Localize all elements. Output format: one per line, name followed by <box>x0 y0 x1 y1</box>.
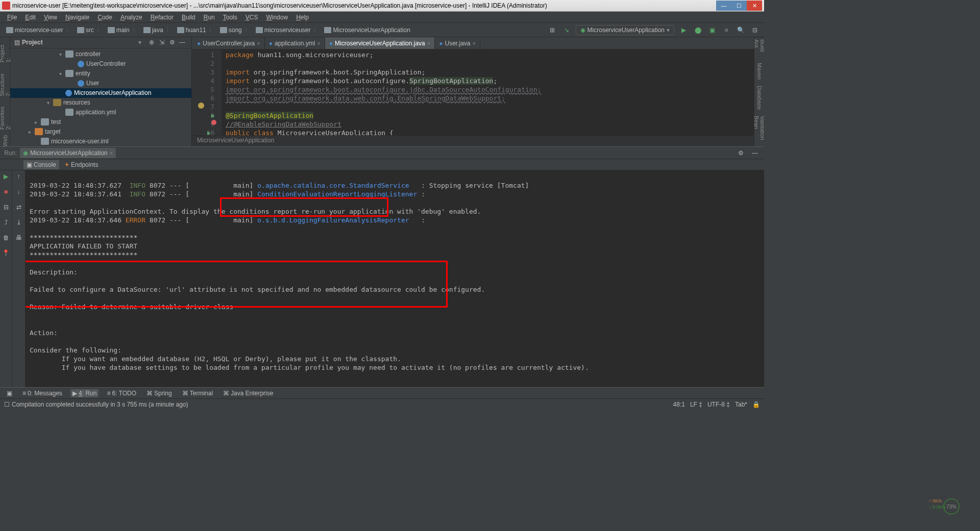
context-indicator[interactable]: Tab* <box>735 401 747 408</box>
editor-code[interactable]: package huan11.song.microserviceuser; im… <box>222 49 754 135</box>
editor-breadcrumb[interactable]: MicroserviceUserApplication <box>192 135 754 146</box>
menu-run[interactable]: Run <box>200 13 219 22</box>
rerun-icon[interactable]: ▶ <box>1 171 11 182</box>
stop-button[interactable]: ■ <box>721 25 731 35</box>
collapse-icon[interactable]: ⇲ <box>157 37 167 47</box>
stop-run-icon[interactable]: ■ <box>1 187 11 197</box>
editor-tab[interactable]: ●MicroserviceUserApplication.java× <box>325 37 435 49</box>
run-button[interactable]: ▶ <box>678 25 689 35</box>
settings-icon[interactable]: ⊟ <box>750 25 760 35</box>
coverage-button[interactable]: ▣ <box>707 25 717 35</box>
right-stripe-tab[interactable]: Bean Validation <box>753 116 765 146</box>
run-gutter-icon-2[interactable]: ▶ <box>207 129 211 135</box>
close-icon[interactable]: × <box>257 40 260 46</box>
left-stripe-tab[interactable]: 1: Project <box>0 39 11 63</box>
tree-item[interactable]: ▾entity <box>10 69 191 79</box>
gear-icon[interactable]: ⚙ <box>167 37 177 47</box>
left-stripe-tab[interactable]: Web <box>2 135 8 146</box>
hide-icon[interactable]: — <box>177 37 187 47</box>
breadcrumb-item[interactable]: microserviceuser 〉 <box>254 26 323 34</box>
breadcrumb-item[interactable]: java 〉 <box>141 26 175 34</box>
close-icon[interactable]: × <box>317 40 320 46</box>
tool-window-icon[interactable]: ▣ <box>4 388 14 398</box>
breadcrumb-item[interactable]: MicroserviceUserApplication <box>322 27 412 34</box>
menu-help[interactable]: Help <box>292 13 313 22</box>
close-icon[interactable]: × <box>473 40 476 46</box>
menu-window[interactable]: Window <box>262 13 292 22</box>
bottom-tab[interactable]: ≡6: TODO <box>105 390 138 397</box>
menu-build[interactable]: Build <box>178 13 200 22</box>
run-hide-icon[interactable]: — <box>750 148 760 158</box>
editor-tab[interactable]: ●UserController.java× <box>193 37 265 49</box>
left-stripe-tab[interactable]: 2: Favorites <box>0 101 11 130</box>
console-subtab[interactable]: ▣ Console <box>23 160 59 169</box>
endpoints-subtab[interactable]: ✦ Endpoints <box>61 160 101 169</box>
line-separator[interactable]: LF ‡ <box>690 401 702 408</box>
tree-item[interactable]: MicroserviceUserApplication <box>10 88 191 98</box>
tree-item[interactable]: ▸target <box>10 127 191 137</box>
window-maximize-button[interactable]: ☐ <box>731 1 747 11</box>
right-stripe-tab[interactable]: Maven <box>756 63 763 80</box>
tree-item[interactable]: ▾controller <box>10 49 191 59</box>
menu-refactor[interactable]: Refactor <box>146 13 178 22</box>
exit-icon[interactable]: ⤴ <box>1 217 11 227</box>
tree-item[interactable]: ▾resources <box>10 98 191 108</box>
file-encoding[interactable]: UTF-8 ‡ <box>707 401 730 408</box>
menu-vcs[interactable]: VCS <box>241 13 262 22</box>
trash-icon[interactable]: 🗑 <box>1 233 11 243</box>
run-settings-icon[interactable]: ⚙ <box>736 148 746 158</box>
locate-icon[interactable]: ⊕ <box>146 37 157 47</box>
down-icon[interactable]: ↓ <box>14 187 24 197</box>
menu-analyze[interactable]: Analyze <box>116 13 146 22</box>
menu-tools[interactable]: Tools <box>219 13 241 22</box>
scroll-icon[interactable]: ⤓ <box>14 217 24 227</box>
console-output[interactable]: 2019-03-22 18:48:37.627 INFO 8072 --- [ … <box>26 170 764 387</box>
bottom-tab[interactable]: ⌘Spring <box>144 390 174 397</box>
breakpoint-icon[interactable] <box>211 120 216 125</box>
up-icon[interactable]: ↑ <box>14 171 24 182</box>
indicator-icon[interactable]: 🔒 <box>752 401 760 408</box>
editor-tab[interactable]: ●application.yml× <box>265 37 325 49</box>
build-icon[interactable]: ⊞ <box>547 25 557 35</box>
cursor-position[interactable]: 48:1 <box>673 401 685 408</box>
window-close-button[interactable]: ✕ <box>747 1 762 11</box>
editor-tab[interactable]: ●User.java× <box>435 37 480 49</box>
bottom-tab[interactable]: ⌘Terminal <box>180 390 215 397</box>
tree-item[interactable]: ▸test <box>10 117 191 127</box>
close-icon[interactable]: × <box>427 40 430 46</box>
search-icon[interactable]: 🔍 <box>736 25 746 35</box>
close-icon[interactable]: × <box>110 150 113 156</box>
menu-code[interactable]: Code <box>93 13 116 22</box>
run-gutter-icon[interactable]: ▶ <box>211 111 215 119</box>
tree-item[interactable]: application.yml <box>10 108 191 117</box>
breadcrumb-item[interactable]: huan11 〉 <box>175 26 218 34</box>
tree-item[interactable]: UserController <box>10 59 191 69</box>
tree-item[interactable]: User <box>10 79 191 88</box>
window-minimize-button[interactable]: — <box>716 1 731 11</box>
run-config-selector[interactable]: ◉ MicroserviceUserApplication ▾ <box>576 25 674 35</box>
left-stripe-tab[interactable]: 7: Structure <box>0 68 11 96</box>
print-icon[interactable]: 🖶 <box>14 233 24 243</box>
tree-item[interactable]: microservice-user.iml <box>10 137 191 146</box>
breadcrumb-item[interactable]: main 〉 <box>106 26 141 34</box>
right-stripe-tab[interactable]: Ant Build <box>753 39 765 57</box>
wrap-icon[interactable]: ⇄ <box>14 202 24 212</box>
pin-icon[interactable]: 📍 <box>1 248 11 258</box>
menu-navigate[interactable]: Navigate <box>61 13 93 22</box>
menu-edit[interactable]: Edit <box>21 13 40 22</box>
breadcrumb-item[interactable]: microservice-user 〉 <box>4 26 75 34</box>
dump-icon[interactable]: ⊟ <box>1 202 11 212</box>
bottom-tab[interactable]: ▶4: Run <box>70 389 99 397</box>
bottom-tab[interactable]: ⌘Java Enterprise <box>221 390 275 397</box>
breadcrumb-item[interactable]: song 〉 <box>218 26 254 34</box>
sync-icon[interactable]: ↘ <box>561 25 572 35</box>
bottom-tab[interactable]: ≡0: Messages <box>20 390 64 397</box>
menu-view[interactable]: View <box>40 13 61 22</box>
run-tab[interactable]: ◉ MicroserviceUserApplication × <box>20 148 116 158</box>
menu-file[interactable]: File <box>3 13 21 22</box>
right-stripe-tab[interactable]: Database <box>756 86 763 110</box>
project-tree[interactable]: ▾controllerUserController▾entityUserMicr… <box>10 48 191 146</box>
breadcrumb-item[interactable]: src 〉 <box>75 26 106 34</box>
debug-button[interactable]: ⬤ <box>693 25 703 35</box>
bulb-icon[interactable] <box>198 103 204 109</box>
